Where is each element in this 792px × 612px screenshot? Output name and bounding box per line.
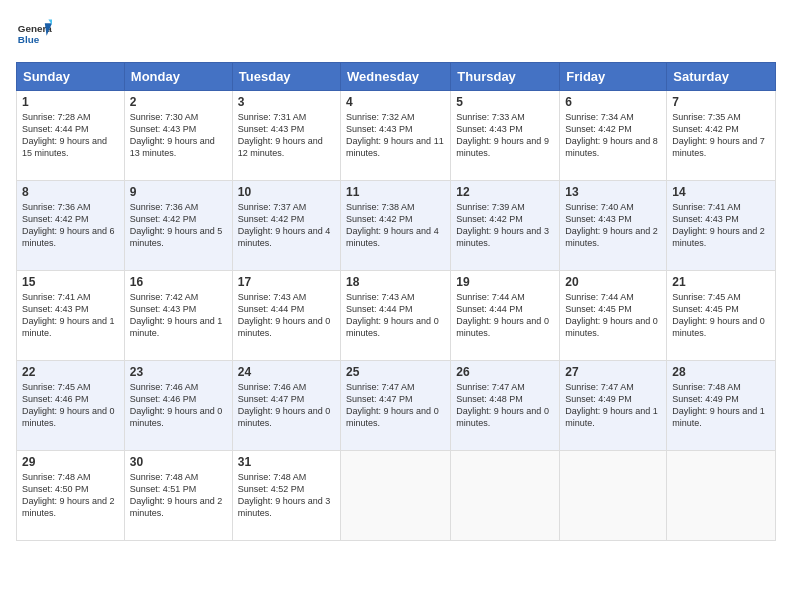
calendar-cell: 19Sunrise: 7:44 AMSunset: 4:44 PMDayligh… <box>451 271 560 361</box>
day-number: 25 <box>346 365 445 379</box>
day-header-saturday: Saturday <box>667 63 776 91</box>
calendar-table: SundayMondayTuesdayWednesdayThursdayFrid… <box>16 62 776 541</box>
calendar-cell: 23Sunrise: 7:46 AMSunset: 4:46 PMDayligh… <box>124 361 232 451</box>
day-number: 22 <box>22 365 119 379</box>
calendar-cell: 27Sunrise: 7:47 AMSunset: 4:49 PMDayligh… <box>560 361 667 451</box>
cell-content: Sunrise: 7:48 AMSunset: 4:50 PMDaylight:… <box>22 471 119 520</box>
day-number: 31 <box>238 455 335 469</box>
cell-content: Sunrise: 7:44 AMSunset: 4:45 PMDaylight:… <box>565 291 661 340</box>
calendar-cell: 25Sunrise: 7:47 AMSunset: 4:47 PMDayligh… <box>341 361 451 451</box>
day-number: 9 <box>130 185 227 199</box>
calendar-cell: 11Sunrise: 7:38 AMSunset: 4:42 PMDayligh… <box>341 181 451 271</box>
cell-content: Sunrise: 7:48 AMSunset: 4:52 PMDaylight:… <box>238 471 335 520</box>
day-number: 27 <box>565 365 661 379</box>
cell-content: Sunrise: 7:30 AMSunset: 4:43 PMDaylight:… <box>130 111 227 160</box>
calendar-cell <box>451 451 560 541</box>
day-number: 24 <box>238 365 335 379</box>
cell-content: Sunrise: 7:48 AMSunset: 4:51 PMDaylight:… <box>130 471 227 520</box>
calendar-cell: 7Sunrise: 7:35 AMSunset: 4:42 PMDaylight… <box>667 91 776 181</box>
day-number: 3 <box>238 95 335 109</box>
day-number: 14 <box>672 185 770 199</box>
day-number: 10 <box>238 185 335 199</box>
svg-text:Blue: Blue <box>18 34 40 45</box>
cell-content: Sunrise: 7:47 AMSunset: 4:47 PMDaylight:… <box>346 381 445 430</box>
day-number: 13 <box>565 185 661 199</box>
calendar-week-row: 8Sunrise: 7:36 AMSunset: 4:42 PMDaylight… <box>17 181 776 271</box>
cell-content: Sunrise: 7:46 AMSunset: 4:46 PMDaylight:… <box>130 381 227 430</box>
cell-content: Sunrise: 7:38 AMSunset: 4:42 PMDaylight:… <box>346 201 445 250</box>
calendar-cell: 15Sunrise: 7:41 AMSunset: 4:43 PMDayligh… <box>17 271 125 361</box>
calendar-week-row: 22Sunrise: 7:45 AMSunset: 4:46 PMDayligh… <box>17 361 776 451</box>
cell-content: Sunrise: 7:47 AMSunset: 4:49 PMDaylight:… <box>565 381 661 430</box>
day-number: 2 <box>130 95 227 109</box>
day-number: 18 <box>346 275 445 289</box>
day-number: 21 <box>672 275 770 289</box>
day-header-friday: Friday <box>560 63 667 91</box>
calendar-cell: 5Sunrise: 7:33 AMSunset: 4:43 PMDaylight… <box>451 91 560 181</box>
calendar-week-row: 29Sunrise: 7:48 AMSunset: 4:50 PMDayligh… <box>17 451 776 541</box>
cell-content: Sunrise: 7:36 AMSunset: 4:42 PMDaylight:… <box>22 201 119 250</box>
cell-content: Sunrise: 7:43 AMSunset: 4:44 PMDaylight:… <box>238 291 335 340</box>
calendar-cell: 4Sunrise: 7:32 AMSunset: 4:43 PMDaylight… <box>341 91 451 181</box>
calendar-cell: 6Sunrise: 7:34 AMSunset: 4:42 PMDaylight… <box>560 91 667 181</box>
cell-content: Sunrise: 7:42 AMSunset: 4:43 PMDaylight:… <box>130 291 227 340</box>
calendar-cell <box>667 451 776 541</box>
day-number: 17 <box>238 275 335 289</box>
day-header-tuesday: Tuesday <box>232 63 340 91</box>
cell-content: Sunrise: 7:41 AMSunset: 4:43 PMDaylight:… <box>22 291 119 340</box>
cell-content: Sunrise: 7:46 AMSunset: 4:47 PMDaylight:… <box>238 381 335 430</box>
cell-content: Sunrise: 7:32 AMSunset: 4:43 PMDaylight:… <box>346 111 445 160</box>
day-number: 15 <box>22 275 119 289</box>
calendar-cell: 22Sunrise: 7:45 AMSunset: 4:46 PMDayligh… <box>17 361 125 451</box>
day-number: 26 <box>456 365 554 379</box>
day-number: 1 <box>22 95 119 109</box>
day-number: 16 <box>130 275 227 289</box>
calendar-cell: 14Sunrise: 7:41 AMSunset: 4:43 PMDayligh… <box>667 181 776 271</box>
calendar-header-row: SundayMondayTuesdayWednesdayThursdayFrid… <box>17 63 776 91</box>
cell-content: Sunrise: 7:43 AMSunset: 4:44 PMDaylight:… <box>346 291 445 340</box>
calendar-cell <box>341 451 451 541</box>
day-number: 28 <box>672 365 770 379</box>
calendar-cell: 20Sunrise: 7:44 AMSunset: 4:45 PMDayligh… <box>560 271 667 361</box>
day-number: 20 <box>565 275 661 289</box>
logo-icon: General Blue <box>16 16 52 52</box>
calendar-cell: 1Sunrise: 7:28 AMSunset: 4:44 PMDaylight… <box>17 91 125 181</box>
calendar-cell: 8Sunrise: 7:36 AMSunset: 4:42 PMDaylight… <box>17 181 125 271</box>
day-number: 8 <box>22 185 119 199</box>
page-container: General Blue SundayMondayTuesdayWednesda… <box>0 0 792 549</box>
calendar-cell: 29Sunrise: 7:48 AMSunset: 4:50 PMDayligh… <box>17 451 125 541</box>
header: General Blue <box>16 16 776 52</box>
logo: General Blue <box>16 16 52 52</box>
cell-content: Sunrise: 7:45 AMSunset: 4:46 PMDaylight:… <box>22 381 119 430</box>
calendar-cell: 12Sunrise: 7:39 AMSunset: 4:42 PMDayligh… <box>451 181 560 271</box>
calendar-cell: 9Sunrise: 7:36 AMSunset: 4:42 PMDaylight… <box>124 181 232 271</box>
calendar-cell: 16Sunrise: 7:42 AMSunset: 4:43 PMDayligh… <box>124 271 232 361</box>
calendar-cell: 10Sunrise: 7:37 AMSunset: 4:42 PMDayligh… <box>232 181 340 271</box>
day-number: 6 <box>565 95 661 109</box>
day-number: 23 <box>130 365 227 379</box>
calendar-cell: 28Sunrise: 7:48 AMSunset: 4:49 PMDayligh… <box>667 361 776 451</box>
day-header-sunday: Sunday <box>17 63 125 91</box>
day-number: 5 <box>456 95 554 109</box>
calendar-cell <box>560 451 667 541</box>
day-number: 30 <box>130 455 227 469</box>
cell-content: Sunrise: 7:47 AMSunset: 4:48 PMDaylight:… <box>456 381 554 430</box>
day-number: 19 <box>456 275 554 289</box>
cell-content: Sunrise: 7:36 AMSunset: 4:42 PMDaylight:… <box>130 201 227 250</box>
cell-content: Sunrise: 7:48 AMSunset: 4:49 PMDaylight:… <box>672 381 770 430</box>
calendar-cell: 3Sunrise: 7:31 AMSunset: 4:43 PMDaylight… <box>232 91 340 181</box>
calendar-cell: 18Sunrise: 7:43 AMSunset: 4:44 PMDayligh… <box>341 271 451 361</box>
calendar-cell: 21Sunrise: 7:45 AMSunset: 4:45 PMDayligh… <box>667 271 776 361</box>
cell-content: Sunrise: 7:35 AMSunset: 4:42 PMDaylight:… <box>672 111 770 160</box>
day-header-thursday: Thursday <box>451 63 560 91</box>
day-header-wednesday: Wednesday <box>341 63 451 91</box>
cell-content: Sunrise: 7:37 AMSunset: 4:42 PMDaylight:… <box>238 201 335 250</box>
calendar-cell: 24Sunrise: 7:46 AMSunset: 4:47 PMDayligh… <box>232 361 340 451</box>
day-number: 12 <box>456 185 554 199</box>
cell-content: Sunrise: 7:41 AMSunset: 4:43 PMDaylight:… <box>672 201 770 250</box>
calendar-week-row: 15Sunrise: 7:41 AMSunset: 4:43 PMDayligh… <box>17 271 776 361</box>
calendar-cell: 13Sunrise: 7:40 AMSunset: 4:43 PMDayligh… <box>560 181 667 271</box>
day-number: 7 <box>672 95 770 109</box>
day-header-monday: Monday <box>124 63 232 91</box>
cell-content: Sunrise: 7:31 AMSunset: 4:43 PMDaylight:… <box>238 111 335 160</box>
